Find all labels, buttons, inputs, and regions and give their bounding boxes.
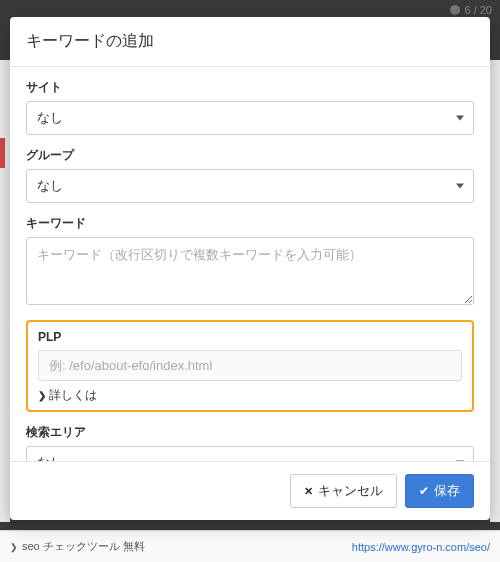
group-select-wrap: なし bbox=[26, 169, 474, 203]
modal-footer: ✕ キャンセル ✔ 保存 bbox=[10, 461, 490, 520]
search-area-label: 検索エリア bbox=[26, 424, 474, 441]
search-area-select-wrap: なし bbox=[26, 446, 474, 461]
backdrop-side-left bbox=[0, 60, 10, 522]
site-select[interactable]: なし bbox=[26, 101, 474, 135]
backdrop-accent bbox=[0, 138, 5, 168]
close-icon: ✕ bbox=[304, 485, 313, 498]
site-select-wrap: なし bbox=[26, 101, 474, 135]
cancel-label: キャンセル bbox=[318, 482, 383, 500]
keyword-group: キーワード bbox=[26, 215, 474, 308]
check-icon: ✔ bbox=[419, 484, 429, 498]
chevron-right-icon: ❯ bbox=[10, 542, 18, 552]
cancel-button[interactable]: ✕ キャンセル bbox=[290, 474, 397, 508]
plp-label: PLP bbox=[38, 330, 462, 344]
backdrop-side-right bbox=[490, 60, 500, 522]
search-area-select[interactable]: なし bbox=[26, 446, 474, 461]
backdrop-footer: ❯ seo チェックツール 無料 https://www.gyro-n.com/… bbox=[0, 530, 500, 562]
backdrop-footer-link[interactable]: https://www.gyro-n.com/seo/ bbox=[352, 541, 490, 553]
keyword-label: キーワード bbox=[26, 215, 474, 232]
add-keyword-modal: キーワードの追加 サイト なし グループ なし キーワード PLP ❯ bbox=[10, 17, 490, 520]
group-label: グループ bbox=[26, 147, 474, 164]
group-select[interactable]: なし bbox=[26, 169, 474, 203]
save-button[interactable]: ✔ 保存 bbox=[405, 474, 474, 508]
plp-highlight-box: PLP ❯ 詳しくは bbox=[26, 320, 474, 412]
chevron-right-icon: ❯ bbox=[38, 390, 46, 401]
modal-header: キーワードの追加 bbox=[10, 17, 490, 67]
plp-detail-toggle[interactable]: ❯ 詳しくは bbox=[38, 387, 462, 404]
modal-body: サイト なし グループ なし キーワード PLP ❯ 詳しくは bbox=[10, 67, 490, 461]
counter-text: 6 / 20 bbox=[464, 4, 492, 16]
search-area-group: 検索エリア なし bbox=[26, 424, 474, 461]
group-group: グループ なし bbox=[26, 147, 474, 203]
plp-detail-label: 詳しくは bbox=[49, 387, 97, 404]
keyword-textarea[interactable] bbox=[26, 237, 474, 305]
backdrop-footer-left: ❯ seo チェックツール 無料 bbox=[10, 539, 145, 554]
site-label: サイト bbox=[26, 79, 474, 96]
site-group: サイト なし bbox=[26, 79, 474, 135]
plp-input[interactable] bbox=[38, 350, 462, 381]
globe-icon bbox=[450, 5, 460, 15]
modal-title: キーワードの追加 bbox=[26, 32, 154, 49]
save-label: 保存 bbox=[434, 482, 460, 500]
